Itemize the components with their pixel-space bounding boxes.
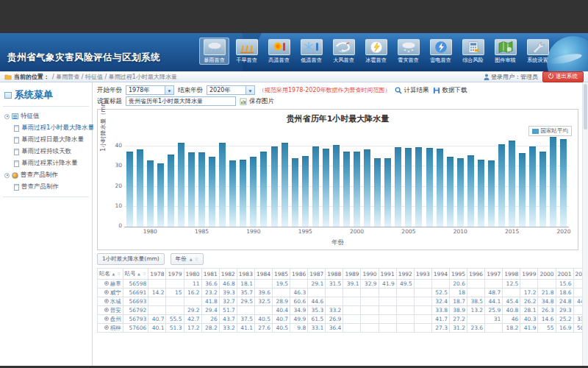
tree-leaf[interactable]: 普查产品制作 — [3, 181, 89, 193]
nav-item-sun[interactable]: 高温普查 — [264, 38, 294, 65]
bar-1983[interactable] — [178, 143, 184, 227]
column-field-chip[interactable]: 年份 ▲ ▽ — [171, 253, 204, 265]
bar-1978[interactable] — [126, 152, 133, 227]
bar-1994[interactable] — [292, 158, 298, 227]
station-name-cell[interactable]: 盘州 — [98, 315, 123, 324]
scrollbar-thumb[interactable] — [584, 84, 587, 130]
nav-item-calc[interactable]: 综合风险 — [458, 38, 488, 65]
bar-2003[interactable] — [384, 158, 391, 227]
tree-leaf[interactable]: 暴雨过程持续天数 — [3, 146, 89, 158]
chevron-down-icon[interactable]: ▼ — [165, 86, 173, 94]
bar-1997[interactable] — [323, 149, 329, 227]
radio-icon[interactable] — [104, 299, 109, 303]
column-header-year[interactable]: 1983 — [237, 269, 254, 280]
bar-2011[interactable] — [467, 155, 474, 227]
bar-2001[interactable] — [364, 149, 370, 227]
column-header-year[interactable]: 1984 — [254, 269, 272, 280]
station-name-cell[interactable]: 水城 — [98, 297, 123, 306]
column-header-year[interactable]: 1987 — [308, 269, 326, 280]
bar-1993[interactable] — [282, 143, 288, 227]
nav-item-cold[interactable]: 低温普查 — [296, 38, 326, 65]
bar-2008[interactable] — [437, 149, 443, 227]
bar-2004[interactable] — [395, 147, 401, 227]
tree-toggle-icon[interactable] — [4, 173, 10, 178]
bar-2014[interactable] — [498, 144, 505, 227]
column-header-year[interactable]: 1978 — [148, 269, 166, 280]
download-button[interactable]: 数据下载 — [433, 86, 467, 95]
tree-node[interactable]: 特征值 — [3, 110, 89, 122]
bar-2000[interactable] — [354, 152, 360, 227]
column-header-year[interactable]: 1996 — [467, 269, 485, 280]
column-header-year[interactable]: 1988 — [326, 269, 343, 280]
bar-1987[interactable] — [219, 143, 226, 227]
bar-1992[interactable] — [271, 146, 278, 227]
bar-1985[interactable] — [198, 152, 205, 227]
bar-1991[interactable] — [260, 152, 267, 227]
column-header-year[interactable]: 1992 — [396, 269, 414, 280]
bar-1988[interactable] — [229, 160, 236, 227]
radio-icon[interactable] — [104, 325, 109, 330]
bar-2002[interactable] — [374, 158, 381, 227]
column-header-year[interactable]: 1979 — [166, 269, 184, 280]
tree-leaf[interactable]: 暴雨过程1小时最大降水量 — [3, 122, 89, 134]
radio-icon[interactable] — [104, 316, 109, 321]
bar-2018[interactable] — [539, 152, 546, 227]
end-year-select[interactable]: 2020年 ▼ — [207, 85, 255, 95]
column-header-year[interactable]: 1994 — [431, 269, 449, 280]
bar-2007[interactable] — [426, 148, 433, 227]
nav-item-hail[interactable]: 冰雹普查 — [361, 38, 391, 65]
nav-item-heat[interactable]: 干旱普查 — [232, 38, 262, 65]
tree-leaf[interactable]: 暴雨过程累计降水量 — [3, 158, 89, 169]
column-header-year[interactable]: 1980 — [184, 269, 201, 280]
bar-2017[interactable] — [529, 146, 536, 227]
start-year-select[interactable]: 1978年 ▼ — [126, 85, 174, 95]
radio-icon[interactable] — [104, 281, 109, 286]
column-header-year[interactable]: 2002 — [573, 269, 582, 280]
radio-icon[interactable] — [104, 290, 109, 294]
bar-2020[interactable] — [560, 139, 567, 227]
bar-2010[interactable] — [457, 158, 464, 227]
bar-2006[interactable] — [415, 147, 422, 227]
station-name-cell[interactable]: 桐梓 — [98, 324, 123, 333]
bar-1981[interactable] — [157, 163, 164, 227]
bar-2015[interactable] — [509, 141, 515, 227]
column-header-year[interactable]: 1991 — [379, 269, 396, 280]
column-header-year[interactable]: 1990 — [361, 269, 379, 280]
value-field-chip[interactable]: 1小时最大降水量(mm) — [97, 253, 165, 265]
station-name-cell[interactable]: 威宁 — [98, 289, 123, 297]
save-image-button[interactable]: 保存图片 — [240, 97, 274, 106]
bar-2009[interactable] — [447, 157, 453, 227]
bar-1986[interactable] — [209, 157, 215, 227]
column-header-year[interactable]: 1981 — [201, 269, 219, 280]
chart-title-input[interactable] — [126, 96, 236, 106]
vertical-scrollbar[interactable] — [582, 82, 588, 366]
bar-1999[interactable] — [343, 152, 350, 227]
calculate-button[interactable]: 计算结果 — [395, 86, 429, 95]
nav-item-bolt[interactable]: 雷电普查 — [426, 38, 456, 65]
column-header-year[interactable]: 1995 — [449, 269, 467, 280]
bar-2013[interactable] — [488, 160, 495, 227]
bar-2016[interactable] — [519, 153, 526, 227]
column-header-year[interactable]: 1986 — [290, 269, 308, 280]
bar-1995[interactable] — [302, 156, 309, 227]
column-header-year[interactable]: 1993 — [414, 269, 431, 280]
column-header-station-name[interactable]: 站名 ▲ ▽ — [98, 269, 123, 280]
nav-item-map[interactable]: 图件审核 — [490, 38, 520, 65]
bar-1998[interactable] — [333, 145, 340, 227]
radio-icon[interactable] — [104, 308, 109, 312]
column-header-year[interactable]: 1997 — [485, 269, 503, 280]
column-header-station-id[interactable]: 站号 ▲ ▽ — [123, 269, 148, 280]
bar-1996[interactable] — [312, 146, 319, 227]
bar-1990[interactable] — [250, 157, 257, 227]
station-name-cell[interactable]: 普安 — [98, 306, 123, 315]
tree-toggle-icon[interactable] — [4, 114, 10, 119]
column-header-year[interactable]: 2001 — [556, 269, 573, 280]
nav-item-snow[interactable]: 雪灾普查 — [393, 38, 423, 65]
bar-1979[interactable] — [137, 149, 143, 227]
nav-item-wind[interactable]: 大风普查 — [329, 38, 359, 65]
tree-node[interactable]: 普查产品制作 — [3, 169, 89, 181]
bar-2019[interactable] — [550, 137, 556, 227]
bar-1980[interactable] — [147, 160, 154, 227]
bar-2012[interactable] — [478, 160, 484, 227]
bar-1989[interactable] — [240, 160, 246, 227]
